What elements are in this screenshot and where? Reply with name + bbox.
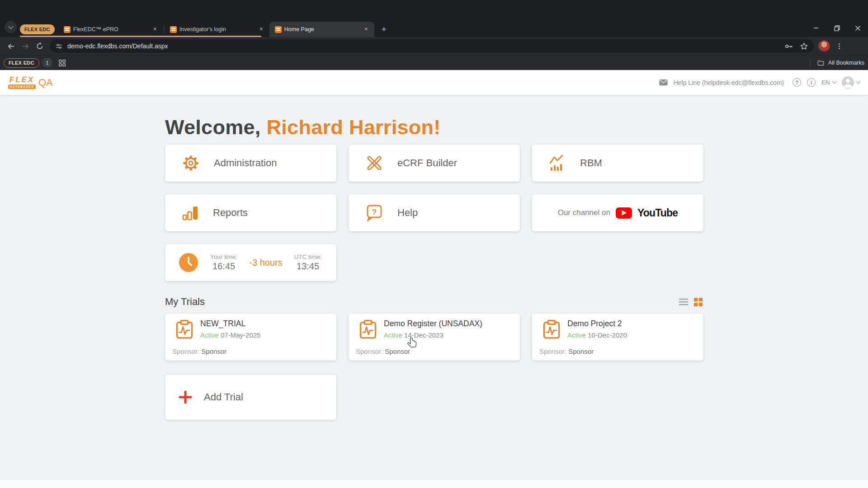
your-time-value: 16:45 — [210, 261, 237, 272]
language-selector[interactable]: EN — [821, 79, 836, 86]
window-minimize-button[interactable] — [806, 21, 826, 35]
environment-label: QA — [38, 77, 53, 89]
status-badge: Active — [567, 331, 586, 339]
flex-favicon-icon — [275, 26, 282, 33]
bookmark-star-icon[interactable] — [800, 42, 808, 51]
youtube-play-icon — [616, 207, 632, 219]
tab-investigators-login[interactable]: Investigator's login × — [165, 22, 269, 37]
your-time-block: Your time: 16:45 — [210, 253, 237, 272]
tab-flexedc-epro[interactable]: FlexEDC™ ePRO × — [58, 22, 163, 37]
flex-favicon-icon — [170, 26, 177, 33]
svg-text:?: ? — [372, 208, 377, 216]
trial-date: 14-Dec-2023 — [404, 331, 443, 339]
trial-card-demo-project-2[interactable]: Demo Project 2 Active 10-Dec-2020 Sponso… — [532, 314, 703, 361]
crossed-tools-icon — [365, 154, 384, 173]
chevron-down-icon — [832, 80, 837, 84]
grid-view-icon[interactable] — [693, 297, 703, 307]
trial-date: 10-Dec-2020 — [588, 331, 627, 339]
new-tab-button[interactable]: + — [378, 23, 390, 36]
tab-search-button[interactable] — [5, 21, 17, 33]
envelope-icon — [659, 79, 668, 86]
bottom-strip — [0, 480, 868, 488]
tab-group-pill[interactable]: FLEX EDC — [20, 24, 55, 34]
password-key-icon[interactable] — [784, 42, 793, 51]
rbm-card[interactable]: RBM — [532, 145, 703, 182]
info-icon[interactable]: i — [807, 78, 816, 87]
address-bar[interactable]: demo-edc.flexdbs.com/Default.aspx — [50, 39, 814, 53]
youtube-wordmark: YouTube — [637, 207, 678, 219]
app-header: FLEX DATABASES QA Help Line (helpdesk-ed… — [0, 70, 868, 95]
tab-close-icon[interactable]: × — [363, 26, 370, 33]
browser-profile-avatar[interactable] — [818, 40, 830, 52]
help-question-icon[interactable]: ? — [793, 78, 801, 87]
time-card: Your time: 16:45 -3 hours UTC time: 13:4… — [165, 244, 336, 281]
window-restore-button[interactable] — [826, 21, 847, 35]
reports-card[interactable]: Reports — [165, 194, 336, 231]
flex-databases-logo[interactable]: FLEX DATABASES QA — [8, 76, 53, 89]
url-text[interactable]: demo-edc.flexdbs.com/Default.aspx — [67, 42, 784, 50]
all-bookmarks-label[interactable]: All Bookmarks — [828, 60, 864, 66]
flex-favicon-icon — [64, 26, 71, 33]
list-view-icon[interactable] — [679, 297, 689, 307]
plus-icon — [179, 390, 192, 404]
user-name-text: Richard Harrison! — [266, 116, 440, 139]
apps-grid-icon[interactable] — [58, 59, 66, 67]
user-menu[interactable] — [842, 76, 860, 89]
add-trial-card[interactable]: Add Trial — [165, 375, 336, 420]
status-badge: Active — [384, 331, 402, 339]
tab-close-icon[interactable]: × — [258, 26, 265, 33]
site-settings-icon[interactable] — [55, 42, 63, 50]
clock-icon — [179, 253, 198, 272]
chevron-down-icon — [856, 80, 861, 84]
gear-icon — [181, 154, 200, 173]
status-badge: Active — [200, 331, 219, 339]
reload-button[interactable] — [33, 39, 47, 53]
tab-separator — [164, 25, 164, 33]
trial-clipboard-icon — [359, 320, 377, 339]
youtube-channel-card[interactable]: Our channel on YouTube — [532, 194, 703, 231]
browser-menu-icon[interactable] — [835, 42, 843, 50]
utc-time-value: 13:45 — [294, 261, 322, 272]
bookmarks-bar: FLEX EDC 1 All Bookmarks — [0, 55, 868, 70]
my-trials-heading: My Trials — [165, 296, 205, 308]
back-button[interactable] — [4, 39, 18, 53]
bookmark-group-flex-edc[interactable]: FLEX EDC — [4, 58, 39, 68]
bookmarks-divider — [810, 59, 811, 67]
utc-time-block: UTC time: 13:45 — [294, 253, 322, 272]
trial-clipboard-icon — [176, 320, 193, 339]
tab-group-count-badge[interactable]: 1 — [43, 58, 52, 67]
ecrf-builder-card[interactable]: eCRF Builder — [349, 145, 520, 182]
tab-home-page-active[interactable]: Home Page × — [269, 22, 374, 37]
help-card[interactable]: ? Help — [349, 194, 520, 231]
trial-card-demo-register[interactable]: Demo Register (UNSADAX) Active 14-Dec-20… — [349, 314, 520, 361]
help-line-text[interactable]: Help Line (helpdesk-edc@flexdbs.com) — [674, 79, 784, 86]
administration-card[interactable]: Administration — [165, 145, 336, 182]
trial-clipboard-icon — [543, 320, 560, 339]
help-bubble-icon: ? — [365, 203, 384, 222]
window-close-button[interactable] — [847, 21, 868, 35]
chevron-down-icon — [8, 23, 13, 28]
trial-card-new-trial[interactable]: NEW_TRIAL Active 07-May-2025 Sponsor: Sp… — [165, 314, 336, 361]
user-avatar — [842, 76, 854, 89]
trend-chart-icon — [548, 154, 566, 172]
browser-tab-strip: FLEX EDC FlexEDC™ ePRO × Investigator's … — [0, 0, 868, 37]
forward-button[interactable] — [18, 39, 33, 53]
time-offset: -3 hours — [249, 258, 282, 268]
main-content: Welcome, Richard Harrison! Administratio… — [165, 95, 703, 420]
browser-toolbar: demo-edc.flexdbs.com/Default.aspx — [0, 37, 868, 55]
tab-close-icon[interactable]: × — [151, 26, 159, 33]
bar-chart-icon — [181, 204, 199, 222]
welcome-heading: Welcome, Richard Harrison! — [165, 116, 703, 139]
trial-date: 07-May-2025 — [221, 331, 260, 339]
folder-icon — [817, 59, 825, 67]
